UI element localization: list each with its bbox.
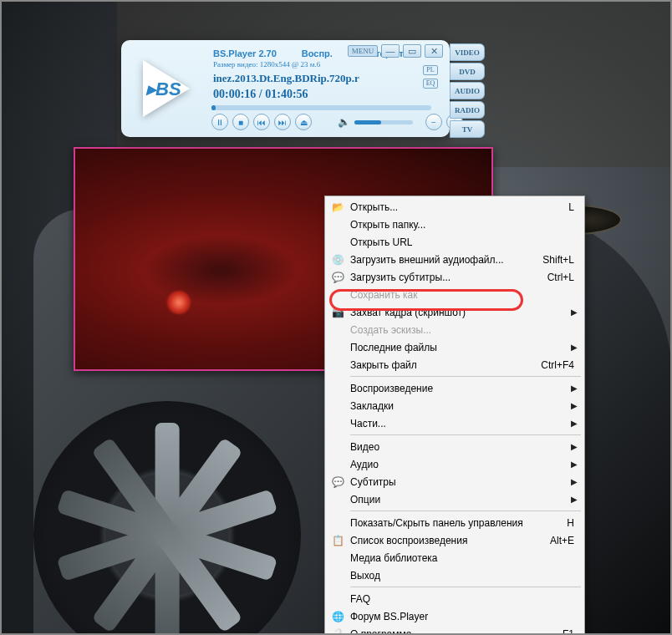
menu-item[interactable]: Закрыть файлCtrl+F4 [327,356,583,373]
submenu-arrow-icon: ▶ [571,343,578,352]
volume-slider[interactable] [354,120,413,124]
menu-item[interactable]: Выход [327,566,583,584]
submenu-arrow-icon: ▶ [571,401,578,410]
menu-item[interactable]: 💬Загрузить субтитры...Ctrl+L [327,268,583,286]
submenu-arrow-icon: ▶ [571,384,578,393]
menu-item-icon: 🌐 [330,611,345,622]
menu-item-label: Закладки [350,400,574,412]
menu-item-icon: ❔ [330,628,345,636]
menu-item-shortcut: Shift+L [529,254,574,266]
submenu-arrow-icon: ▶ [571,442,578,451]
tab-tv[interactable]: TV [450,120,485,138]
menu-item[interactable]: Закладки▶ [327,397,583,414]
pause-button[interactable]: ⏸ [211,114,228,130]
menu-item-shortcut: F1 [549,628,574,636]
menu-item: Создать эскизы... [327,321,583,338]
maximize-button[interactable]: ▭ [403,44,421,58]
submenu-arrow-icon: ▶ [571,419,578,428]
menu-item-label: Субтитры [350,476,574,488]
app-logo: ▸BS [130,55,201,122]
menu-item[interactable]: 💬Субтитры▶ [327,473,583,490]
menu-item-label: Открыть URL [350,236,574,248]
menu-item[interactable]: 📋Список воспроизведенияAlt+E [327,531,583,549]
volume-icon: 🔈 [338,116,350,128]
menu-separator [350,434,581,435]
menu-item-label: Части... [350,418,574,429]
menu-item-label: Воспроизведение [350,383,574,394]
menu-item-label: Форум BS.Player [350,611,574,622]
menu-separator [350,587,581,587]
menu-item-label: Последние файлы [350,342,574,353]
playlist-badge[interactable]: PL [423,65,438,75]
menu-item[interactable]: Воспроизведение▶ [327,379,583,397]
menu-item[interactable]: ❔О программе...F1 [327,625,583,635]
menu-separator [350,376,581,377]
menu-item[interactable]: FAQ [327,590,583,607]
submenu-arrow-icon: ▶ [571,307,578,317]
menu-item-label: Показать/Скрыть панель управления [350,517,553,529]
tab-audio[interactable]: AUDIO [450,82,485,99]
prev-button[interactable]: ⏮ [253,114,270,130]
menu-item-label: Захват кадра (скриншот) [350,307,574,318]
menu-item[interactable]: Видео▶ [327,438,583,455]
stop-button[interactable]: ■ [232,114,249,130]
tab-radio[interactable]: RADIO [450,101,485,119]
submenu-arrow-icon: ▶ [571,495,578,504]
eject-button[interactable]: ⏏ [295,114,312,130]
menu-item[interactable]: Опции▶ [327,490,583,508]
menu-item-label: Загрузить внешний аудиофайл... [350,254,529,266]
tab-dvd[interactable]: DVD [450,63,485,80]
menu-item-shortcut: Ctrl+F4 [527,359,574,371]
tab-video[interactable]: VIDEO [450,43,485,61]
next-button[interactable]: ⏭ [274,114,291,130]
context-menu: 📂Открыть...LОткрыть папку...Открыть URL💿… [324,196,585,635]
submenu-arrow-icon: ▶ [571,460,578,469]
menu-item-label: Загрузить субтитры... [350,272,534,283]
menu-item[interactable]: 🌐Форум BS.Player [327,607,583,625]
submenu-arrow-icon: ▶ [571,477,578,486]
menu-item-label: Открыть... [350,201,555,213]
menu-item-icon: 📂 [330,201,345,213]
menu-item-label: Видео [350,441,574,453]
menu-item[interactable]: 💿Загрузить внешний аудиофайл...Shift+L [327,251,583,268]
menu-button[interactable]: MENU [348,45,378,57]
eq-badge[interactable]: EQ [423,79,438,89]
zoom-out-button[interactable]: − [425,114,442,130]
menu-item[interactable]: Аудио▶ [327,455,583,473]
menu-item[interactable]: Части...▶ [327,414,583,432]
close-button[interactable]: ✕ [425,44,443,58]
menu-item-label: Опции [350,494,574,505]
menu-item-shortcut: H [553,517,574,529]
menu-item-label: Список воспроизведения [350,535,537,546]
menu-item-label: Закрыть файл [350,359,527,371]
menu-separator [350,511,581,511]
menu-item-label: Сохранить как [350,289,574,301]
playback-controls: ⏸ ■ ⏮ ⏭ ⏏ 🔈 − + [211,114,463,130]
minimize-button[interactable]: — [381,44,400,58]
seek-bar[interactable] [211,105,431,110]
video-flare [167,291,191,314]
menu-item-icon: 📋 [330,535,345,546]
menu-item[interactable]: Открыть URL [327,233,583,251]
menu-item[interactable]: Медиа библиотека [327,549,583,566]
menu-item[interactable]: 📂Открыть...L [327,198,583,216]
menu-item-label: О программе... [350,628,549,636]
menu-item-label: Аудио [350,459,574,470]
play-status: Воспр. [302,48,333,58]
mode-tabs: VIDEO DVD AUDIO RADIO TV [450,43,485,138]
menu-item-label: Медиа библиотека [350,552,574,564]
menu-item[interactable]: Показать/Скрыть панель управленияH [327,514,583,531]
menu-item-label: Создать эскизы... [350,324,574,336]
app-title: BS.Player 2.70 [213,48,277,58]
menu-item[interactable]: 📷Захват кадра (скриншот)▶ [327,303,583,321]
player-window[interactable]: MENU — ▭ ✕ ▸BS BS.Player 2.70 Воспр. Пов… [121,40,450,137]
menu-item-label: Открыть папку... [350,219,574,231]
menu-item-icon: 💿 [330,254,345,266]
menu-item-shortcut: Alt+E [537,535,574,546]
menu-item[interactable]: Последние файлы▶ [327,338,583,356]
menu-item-icon: 💬 [330,272,345,283]
menu-item-label: FAQ [350,593,574,605]
menu-item[interactable]: Открыть папку... [327,216,583,233]
menu-item-icon: 💬 [330,476,345,488]
menu-item-shortcut: Ctrl+L [534,272,574,283]
